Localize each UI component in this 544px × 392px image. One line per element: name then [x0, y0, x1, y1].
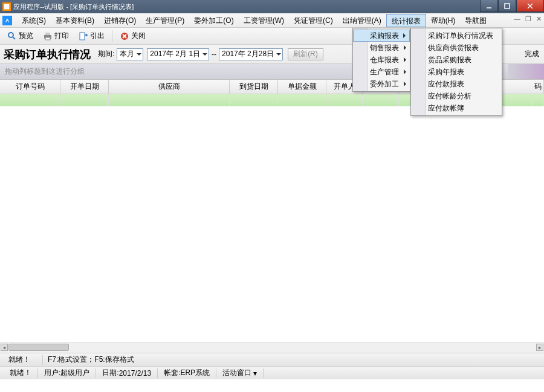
status-shortcuts: F7:格式设置；F5:保存格式	[42, 355, 139, 365]
submenu-label: 应付款帐簿	[428, 103, 464, 114]
horizontal-scrollbar[interactable]: ◂ ▸	[0, 342, 544, 353]
status2-active-window[interactable]: 活动窗口 ▾	[216, 368, 264, 378]
date-to-picker[interactable]: 2017年 2月28日	[219, 48, 283, 60]
menu-production[interactable]: 生产管理(P)	[141, 14, 189, 27]
submenu-production[interactable]: 生产管理	[353, 66, 410, 78]
submenu-warehouse-reports[interactable]: 仓库报表	[353, 54, 410, 66]
statusbar-lower: 就绪！ 用户:超级用户 日期:2017/2/13 帐套:ERP系统 活动窗口 ▾	[0, 366, 544, 379]
date-from-picker[interactable]: 2017年 2月 1日	[147, 48, 209, 60]
submenu-label: 销售报表	[370, 43, 399, 53]
mdi-minimize-button[interactable]: —	[514, 15, 520, 23]
submenu-purchase-annual[interactable]: 采购年报表	[411, 66, 502, 78]
scroll-right-button[interactable]: ▸	[536, 344, 543, 351]
submenu-label: 采购订单执行情况表	[428, 31, 493, 41]
print-button[interactable]: 打印	[39, 30, 73, 43]
export-icon	[79, 31, 88, 41]
svg-rect-1	[4, 4, 10, 10]
menu-help[interactable]: 帮助(H)	[426, 14, 461, 27]
submenu-payable-ledger[interactable]: 应付款帐簿	[411, 102, 502, 114]
menubar: A 系统(S) 基本资料(B) 进销存(O) 生产管理(P) 委外加工(O) 工…	[0, 13, 544, 28]
window-minimize-button[interactable]	[480, 0, 498, 12]
preview-icon	[7, 31, 17, 41]
print-label: 打印	[54, 31, 69, 41]
date-dash: --	[212, 50, 216, 59]
menu-basicdata[interactable]: 基本资料(B)	[51, 14, 99, 27]
menu-salary[interactable]: 工资管理(W)	[239, 14, 289, 27]
window-close-button[interactable]	[516, 0, 544, 12]
app-icon	[2, 2, 11, 11]
status2-ready: 就绪！	[4, 368, 38, 378]
submenu-label: 应付款报表	[428, 79, 464, 89]
group-hint-text: 拖动列标题到这进行分组	[5, 67, 85, 76]
arrow-right-icon	[404, 82, 406, 86]
close-icon	[120, 31, 129, 41]
date-from-value: 2017年 2月 1日	[150, 49, 200, 59]
submenu-label: 货品采购报表	[428, 55, 471, 65]
window-title: 应用程序--试用版 - [采购订单执行情况表]	[13, 2, 134, 11]
statusbar-upper: 就绪！ F7:格式设置；F5:保存格式	[0, 353, 544, 366]
period-combo[interactable]: 本月	[117, 48, 143, 60]
grid-body[interactable]	[0, 106, 544, 342]
menu-navmap[interactable]: 导航图	[460, 14, 491, 27]
close-label: 关闭	[131, 31, 146, 41]
submenu-outsource[interactable]: 委外加工	[353, 78, 410, 90]
submenu-purchase-reports[interactable]: 采购报表	[353, 30, 410, 42]
submenu-label: 供应商供货报表	[428, 43, 479, 53]
col-order-date[interactable]: 开单日期	[60, 80, 109, 94]
status2-acct: 帐套:ERP系统	[158, 368, 216, 378]
preview-label: 预览	[19, 31, 33, 41]
preview-button[interactable]: 预览	[4, 30, 37, 43]
submenu-po-execution[interactable]: 采购订单执行情况表	[411, 30, 502, 42]
status2-user: 用户:超级用户	[38, 368, 96, 378]
window-maximize-button[interactable]	[498, 0, 516, 12]
status-ready: 就绪！	[4, 355, 35, 365]
date-to-value: 2017年 2月28日	[222, 49, 274, 59]
mdi-restore-button[interactable]: ❐	[525, 15, 531, 23]
chevron-down-icon	[137, 53, 141, 56]
submenu-sales-reports[interactable]: 销售报表	[353, 42, 410, 54]
submenu-label: 委外加工	[370, 79, 399, 89]
period-label: 期间:	[98, 49, 114, 59]
submenu-label: 采购年报表	[428, 67, 464, 77]
arrow-right-icon	[403, 33, 406, 38]
col-arrival-date[interactable]: 到货日期	[230, 80, 278, 94]
submenu-supplier-supply[interactable]: 供应商供货报表	[411, 42, 502, 54]
svg-line-7	[13, 37, 15, 39]
complete-label: 完成	[525, 49, 539, 59]
page-title: 采购订单执行情况	[4, 47, 91, 62]
svg-rect-3	[505, 4, 510, 8]
chevron-down-icon	[202, 53, 207, 56]
app-logo-icon: A	[2, 16, 12, 25]
svg-rect-10	[45, 37, 50, 40]
col-supplier[interactable]: 供应商	[109, 80, 230, 94]
mdi-close-button[interactable]: ✕	[536, 15, 542, 23]
menu-system[interactable]: 系统(S)	[17, 14, 51, 27]
window-titlebar: 应用程序--试用版 - [采购订单执行情况表]	[0, 0, 544, 13]
export-label: 引出	[90, 31, 105, 41]
scroll-left-button[interactable]: ◂	[1, 344, 8, 351]
svg-point-6	[8, 33, 13, 37]
submenu-label: 生产管理	[370, 67, 399, 77]
col-code[interactable]: 码	[532, 80, 544, 94]
menu-reports[interactable]: 统计报表	[386, 14, 426, 27]
menu-voucher[interactable]: 凭证管理(C)	[289, 14, 338, 27]
print-icon	[43, 31, 53, 41]
export-button[interactable]: 引出	[75, 30, 108, 43]
submenu-goods-purchase[interactable]: 货品采购报表	[411, 54, 502, 66]
menu-invoicing[interactable]: 进销存(O)	[99, 14, 141, 27]
arrow-right-icon	[404, 45, 406, 50]
status2-date: 日期:2017/2/13	[96, 368, 158, 378]
purchase-reports-submenu: 采购订单执行情况表 供应商供货报表 货品采购报表 采购年报表 应付款报表 应付帐…	[410, 28, 502, 116]
period-value: 本月	[120, 49, 134, 59]
close-button[interactable]: 关闭	[116, 30, 149, 43]
svg-rect-11	[80, 33, 85, 40]
scroll-thumb[interactable]	[8, 344, 69, 351]
submenu-payable-report[interactable]: 应付款报表	[411, 78, 502, 90]
col-order-no[interactable]: 订单号码	[0, 80, 60, 94]
toolbar-separator	[112, 30, 112, 42]
refresh-button[interactable]: 刷新(R)	[288, 48, 323, 60]
menu-outsource[interactable]: 委外加工(O)	[189, 14, 238, 27]
col-amount[interactable]: 单据金额	[278, 80, 326, 94]
menu-cashier[interactable]: 出纳管理(A)	[338, 14, 386, 27]
submenu-payable-aging[interactable]: 应付帐龄分析	[411, 90, 502, 102]
